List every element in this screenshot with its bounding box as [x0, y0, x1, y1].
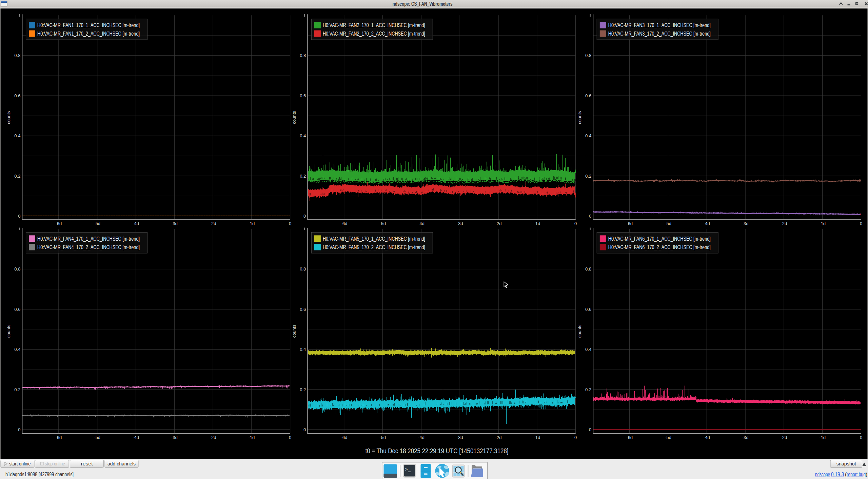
svg-text:-5d: -5d	[665, 221, 671, 226]
svg-text:0.6: 0.6	[14, 307, 20, 312]
svg-text:-1d: -1d	[249, 435, 255, 440]
svg-text:0.8: 0.8	[14, 53, 20, 58]
svg-text:0: 0	[574, 435, 577, 440]
svg-text:H0:VAC-MR_FAN3_170_2_ACC_INCHS: H0:VAC-MR_FAN3_170_2_ACC_INCHSEC [m-tren…	[608, 31, 711, 37]
svg-text:add channels: add channels	[107, 461, 136, 466]
svg-text:0: 0	[18, 214, 20, 219]
svg-text:H0:VAC-MR_FAN1_170_1_ACC_INCHS: H0:VAC-MR_FAN1_170_1_ACC_INCHSEC [m-tren…	[37, 22, 140, 28]
svg-text:H0:VAC-MR_FAN5_170_2_ACC_INCHS: H0:VAC-MR_FAN5_170_2_ACC_INCHSEC [m-tren…	[323, 244, 425, 251]
svg-text:-2d: -2d	[781, 435, 787, 440]
svg-text:0.8: 0.8	[300, 53, 306, 58]
svg-text:-5d: -5d	[379, 435, 386, 440]
svg-text:0.19.3: 0.19.3	[831, 472, 844, 477]
svg-text:0.8: 0.8	[585, 266, 591, 272]
svg-text:0: 0	[589, 427, 591, 432]
svg-text:0.2: 0.2	[300, 387, 306, 392]
svg-text:>: >	[405, 467, 408, 472]
svg-text:H0:VAC-MR_FAN6_170_1_ACC_INCHS: H0:VAC-MR_FAN6_170_1_ACC_INCHSEC [m-tren…	[608, 236, 711, 242]
svg-text:-2d: -2d	[781, 221, 787, 226]
svg-text:counts: counts	[6, 324, 11, 338]
svg-text:0.8: 0.8	[300, 266, 306, 272]
svg-text:counts: counts	[577, 324, 582, 338]
svg-text:-1d: -1d	[534, 221, 540, 226]
svg-text:-5d: -5d	[379, 221, 386, 226]
svg-text:0: 0	[18, 427, 20, 432]
svg-text:-2d: -2d	[495, 221, 502, 226]
svg-text:-5d: -5d	[94, 221, 100, 226]
svg-text:h1daqnds1:8088 [427999 channe: h1daqnds1:8088 [427999 channels]	[5, 472, 74, 477]
svg-text:0: 0	[589, 214, 591, 219]
svg-text:0.6: 0.6	[585, 93, 591, 98]
svg-text:H0:VAC-MR_FAN2_170_1_ACC_INCHS: H0:VAC-MR_FAN2_170_1_ACC_INCHSEC [m-tren…	[323, 22, 425, 28]
svg-text:0.6: 0.6	[585, 307, 591, 312]
svg-text:-1d: -1d	[819, 435, 826, 440]
svg-text:-6d: -6d	[56, 435, 62, 440]
svg-text:-3d: -3d	[171, 221, 178, 226]
svg-text:-2d: -2d	[210, 435, 216, 440]
svg-text:0.6: 0.6	[14, 93, 20, 98]
svg-text:H0:VAC-MR_FAN4_170_1_ACC_INCHS: H0:VAC-MR_FAN4_170_1_ACC_INCHSEC [m-tren…	[37, 236, 140, 242]
svg-text:0: 0	[289, 435, 291, 440]
svg-text:-1d: -1d	[249, 221, 255, 226]
svg-text:-3d: -3d	[742, 221, 749, 226]
svg-text:start online: start online	[9, 461, 31, 466]
svg-text:0: 0	[860, 435, 862, 440]
svg-text:-5d: -5d	[665, 435, 671, 440]
svg-text:-4d: -4d	[704, 435, 710, 440]
svg-text:-6d: -6d	[56, 221, 62, 226]
svg-text:reset: reset	[81, 461, 93, 466]
svg-text:-3d: -3d	[457, 221, 463, 226]
svg-text:-5d: -5d	[94, 435, 100, 440]
svg-text:t0 = Thu Dec 18 2025 22:29:19: t0 = Thu Dec 18 2025 22:29:19 UTC [14501…	[366, 447, 509, 455]
svg-text:0.6: 0.6	[300, 93, 306, 98]
svg-text:0.2: 0.2	[585, 387, 591, 392]
svg-text:H0:VAC-MR_FAN3_170_1_ACC_INCHS: H0:VAC-MR_FAN3_170_1_ACC_INCHSEC [m-tren…	[608, 22, 711, 28]
svg-text:ndscope: CS_FAN_Vibrometers: ndscope: CS_FAN_Vibrometers	[393, 1, 453, 7]
svg-text:stop online: stop online	[45, 461, 65, 466]
svg-text:snapshot: snapshot	[836, 461, 856, 466]
svg-text:H0:VAC-MR_FAN1_170_2_ACC_INCHS: H0:VAC-MR_FAN1_170_2_ACC_INCHSEC [m-tren…	[37, 31, 140, 37]
svg-text:0: 0	[289, 221, 291, 226]
svg-text:-4d: -4d	[704, 221, 710, 226]
svg-text:H0:VAC-MR_FAN5_170_1_ACC_INCHS: H0:VAC-MR_FAN5_170_1_ACC_INCHSEC [m-tren…	[323, 236, 425, 242]
svg-text:-4d: -4d	[418, 435, 425, 440]
svg-text:-1d: -1d	[819, 221, 826, 226]
svg-text:-3d: -3d	[171, 435, 178, 440]
svg-text:-4d: -4d	[418, 221, 425, 226]
svg-text:counts: counts	[6, 111, 11, 124]
svg-text:-4d: -4d	[133, 435, 139, 440]
svg-text:ndscope: ndscope	[815, 472, 830, 477]
svg-text:-3d: -3d	[457, 435, 463, 440]
svg-text:0.4: 0.4	[14, 133, 20, 138]
svg-text:-3d: -3d	[742, 435, 749, 440]
svg-text:0.2: 0.2	[14, 387, 20, 392]
svg-text:0.2: 0.2	[585, 174, 591, 179]
svg-text:-1d: -1d	[534, 435, 540, 440]
svg-text:0.2: 0.2	[14, 174, 20, 179]
svg-text:0.4: 0.4	[300, 133, 306, 138]
svg-text:-2d: -2d	[210, 221, 216, 226]
svg-text:0: 0	[303, 427, 306, 432]
svg-text:counts: counts	[292, 111, 297, 124]
svg-text:0.4: 0.4	[300, 347, 306, 352]
svg-text:H0:VAC-MR_FAN2_170_2_ACC_INCHS: H0:VAC-MR_FAN2_170_2_ACC_INCHSEC [m-tren…	[323, 31, 425, 37]
svg-text:0.6: 0.6	[300, 307, 306, 312]
svg-text:-4d: -4d	[133, 221, 139, 226]
svg-text:counts: counts	[292, 324, 297, 338]
svg-text:): )	[866, 472, 867, 477]
svg-text:counts: counts	[577, 111, 582, 124]
svg-text:0.4: 0.4	[585, 133, 591, 138]
svg-text:-6d: -6d	[626, 221, 633, 226]
svg-text:-6d: -6d	[341, 435, 347, 440]
svg-text:0.8: 0.8	[14, 266, 20, 272]
svg-text:-6d: -6d	[626, 435, 633, 440]
svg-text:0.4: 0.4	[585, 347, 591, 352]
svg-text:0.8: 0.8	[585, 53, 591, 58]
svg-text:0: 0	[303, 214, 306, 219]
svg-text:0.2: 0.2	[300, 174, 306, 179]
svg-text:H0:VAC-MR_FAN4_170_2_ACC_INCHS: H0:VAC-MR_FAN4_170_2_ACC_INCHSEC [m-tren…	[37, 244, 140, 251]
svg-text:-2d: -2d	[495, 435, 502, 440]
svg-text:0: 0	[860, 221, 862, 226]
svg-text:H0:VAC-MR_FAN6_170_2_ACC_INCHS: H0:VAC-MR_FAN6_170_2_ACC_INCHSEC [m-tren…	[608, 244, 711, 251]
svg-text:report bug: report bug	[847, 472, 866, 477]
